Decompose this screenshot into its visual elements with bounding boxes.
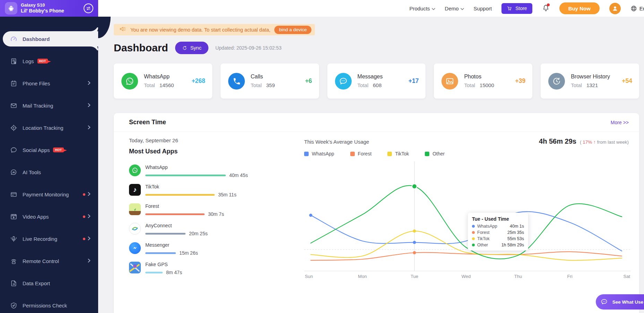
chevron-down-icon [461,6,464,11]
stat-card-calls[interactable]: Calls Total359 +6 [221,64,319,99]
stat-card-whatsapp[interactable]: WhatsApp Total14560 +268 [114,64,212,99]
svg-text:Sun: Sun [305,274,313,279]
chevron-right-icon [88,258,91,264]
stat-total-value: 608 [373,81,381,89]
credit-card-icon [10,191,17,198]
bind-device-button[interactable]: bind a device [274,26,312,34]
screen-time-card: Screen Time More >> Today, September 26 … [114,113,639,313]
today-label: Today, September 26 [129,137,304,143]
video-icon [10,213,17,220]
svg-text:Sat: Sat [623,274,630,279]
phone-files-icon [10,79,17,87]
sidebar-item-mail-tracking[interactable]: Mail Tracking [0,98,98,113]
notifications-bell-icon[interactable] [542,4,550,13]
chevron-right-icon [88,125,91,131]
stat-title: Photos [464,73,494,81]
sync-button[interactable]: Sync [175,42,208,54]
anyconnect-app-icon [129,223,141,235]
sidebar-item-location-tracking[interactable]: Location Tracking [0,120,98,135]
store-button[interactable]: Store [501,3,532,14]
week-total-time: 4h 56m 29s [539,137,576,145]
chart-legend: WhatsApp Forest TikTok Other [304,151,629,156]
device-header: Galaxy S10 Lil' Bobby's Phone [0,0,98,17]
legend-swatch [425,152,429,156]
legend-swatch [387,152,392,156]
sidebar-item-data-export[interactable]: Data Export [0,276,98,291]
tooltip-dot [472,225,475,228]
sidebar-item-permissions-check[interactable]: Permissions Check [0,298,98,313]
usage-line-chart[interactable]: SunMonTueWedThuFriSat Tue - Used Time Wh… [304,160,629,282]
app-usage-row-fake-gps: Fake GPS 8m 47s [129,262,304,275]
buy-now-button[interactable]: Buy Now [559,2,600,14]
device-model: Galaxy S10 [21,2,80,8]
tooltip-dot [472,237,475,240]
usage-bar [145,175,226,176]
avatar[interactable] [609,3,621,14]
svg-text:Tue: Tue [411,274,418,279]
page-title: Dashboard [114,42,168,54]
sidebar-item-payment-monitoring[interactable]: Payment Monitoring [0,187,98,202]
sidebar-item-video-apps[interactable]: Video Apps [0,209,98,224]
nav-support[interactable]: Support [474,6,492,11]
topbar: Products Demo Support Store Buy Now Engl… [98,0,644,17]
person-icon [612,5,618,12]
sidebar-item-phone-files[interactable]: Phone Files [0,76,98,91]
chevron-right-icon [88,80,91,86]
hot-badge: HOT [53,147,64,152]
sidebar: Galaxy S10 Lil' Bobby's Phone Dashboard … [0,0,98,313]
sidebar-item-logs[interactable]: Logs HOT [0,53,98,69]
chart-tooltip: Tue - Used Time WhatsApp40m 1s Forest25m… [468,213,528,251]
chevron-right-icon [88,236,91,242]
stat-card-photos[interactable]: Photos Total15000 +39 [434,64,532,99]
demo-banner: You are now viewing demo data. To start … [114,24,315,35]
live-chat-widget[interactable]: See What Use [596,294,644,310]
app-usage-row-anyconnect: AnyConnect 20m 25s [129,223,304,236]
more-link[interactable]: More >> [611,120,629,125]
forest-app-icon [129,203,141,215]
most-used-apps-panel: Today, September 26 Most Used Apps Whats… [129,137,304,282]
nav-products[interactable]: Products [409,6,435,11]
sidebar-item-live-recording[interactable]: Live Recording [0,231,98,246]
tooltip-title: Tue - Used Time [472,216,524,222]
stat-card-messages[interactable]: Messages Total608 +17 [327,64,426,99]
logs-icon [10,57,17,65]
legend-whatsapp[interactable]: WhatsApp [304,151,334,156]
android-device-icon [5,2,17,15]
svg-text:Fri: Fri [567,274,572,279]
stat-card-browser-history[interactable]: Browser History Total1321 +54 [541,64,639,99]
legend-tiktok[interactable]: TikTok [387,151,409,156]
stat-delta: +17 [409,77,419,85]
sidebar-item-dashboard[interactable]: Dashboard [3,31,98,46]
nav-demo[interactable]: Demo [445,6,464,11]
fake-gps-app-icon [129,262,141,273]
sidebar-item-ai-tools[interactable]: AI AI Tools [0,164,98,180]
language-selector[interactable]: English [630,5,644,12]
tiktok-app-icon: ♪ [129,184,141,196]
sidebar-item-social-apps[interactable]: Social Apps HOT [0,142,98,158]
svg-text:Thu: Thu [514,274,522,279]
usage-bar [145,233,186,235]
legend-other[interactable]: Other [425,151,445,156]
switch-device-icon[interactable] [84,3,93,13]
photos-stat-icon [441,73,458,90]
microphone-icon [10,235,17,243]
legend-forest[interactable]: Forest [350,151,372,156]
stat-delta: +54 [622,77,632,85]
demo-banner-text: You are now viewing demo data. To start … [130,27,271,33]
calls-stat-icon [228,73,245,90]
stat-total-value: 14560 [160,81,174,89]
main-content: You are now viewing demo data. To start … [98,17,644,313]
sidebar-item-remote-control[interactable]: Remote Control [0,253,98,269]
tooltip-dot [472,244,475,246]
svg-text:AI: AI [12,171,15,174]
shield-key-icon [10,302,17,309]
usage-bar [145,213,205,215]
usage-bar [145,272,163,273]
chevron-right-icon [88,213,91,220]
screen-time-title: Screen Time [129,119,166,126]
whatsapp-stat-icon [121,73,138,90]
chat-widget-label: See What Use [612,299,643,305]
ai-icon: AI [10,168,17,176]
chat-bubble-icon [10,146,17,154]
usage-bar [145,252,176,254]
